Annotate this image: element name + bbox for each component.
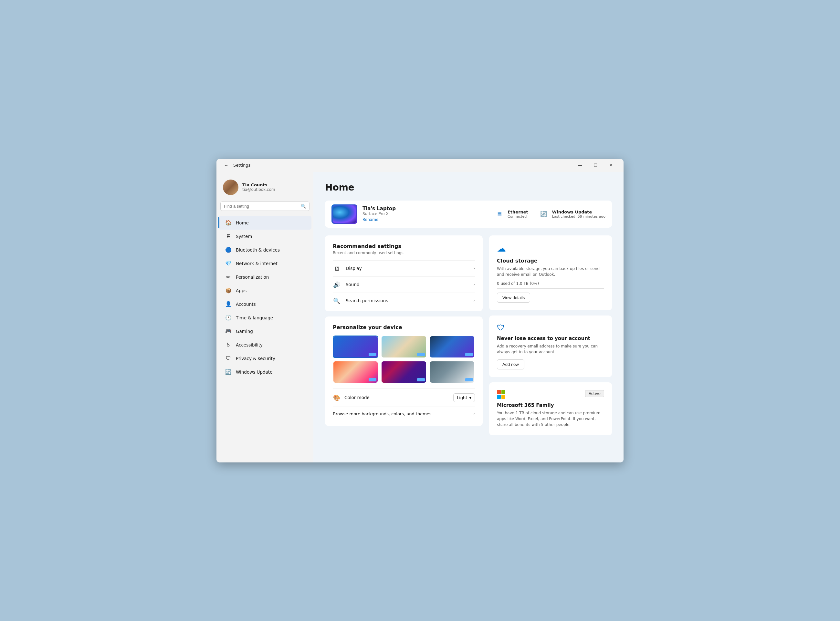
wallpaper-wp1[interactable] (333, 336, 378, 358)
nav-label-accessibility: Accessibility (236, 342, 263, 347)
color-mode-row: 🎨 Color mode Light ▾ (333, 388, 475, 407)
ethernet-icon: 🖥 (494, 209, 504, 219)
sidebar-item-home[interactable]: 🏠 Home (218, 216, 311, 230)
setting-label-sound: Sound (346, 282, 468, 287)
nav-icon-personalization: ✏️ (225, 274, 232, 281)
personalize-title: Personalize your device (333, 324, 475, 330)
color-mode-value: Light (457, 395, 467, 400)
nav-label-gaming: Gaming (236, 329, 253, 334)
color-mode-icon: 🎨 (333, 394, 341, 401)
setting-chevron-sound: › (473, 282, 475, 287)
settings-window: ← Settings — ❐ ✕ Tia Counts tia@outlook.… (217, 159, 623, 462)
recommended-item-search[interactable]: 🔍 Search permissions › (333, 292, 475, 309)
windows-update-status: 🔄 Windows Update Last checked: 59 minute… (538, 209, 605, 219)
account-security-card: 🛡 Never lose access to your account Add … (489, 315, 612, 377)
search-input[interactable] (224, 204, 299, 209)
nav-icon-accessibility: ♿ (225, 341, 232, 348)
m365-color-square-0 (497, 390, 501, 394)
cloud-card: ☁ Cloud storage With available storage, … (489, 235, 612, 310)
right-pane: Home Tia's Laptop Surface Pro X Rename 🖥… (313, 172, 623, 462)
setting-label-search: Search permissions (346, 298, 468, 303)
sidebar-item-time[interactable]: 🕐 Time & language (218, 311, 311, 324)
nav-label-privacy: Privacy & security (236, 356, 275, 361)
sidebar-item-gaming[interactable]: 🎮 Gaming (218, 324, 311, 338)
nav-icon-system: 🖥 (225, 233, 232, 240)
nav-container: 🏠 Home 🖥 System 🔵 Bluetooth & devices 💎 … (217, 216, 313, 379)
m365-color-square-1 (502, 390, 505, 394)
device-image-inner (333, 205, 356, 223)
wallpaper-bar-wp1 (368, 353, 376, 356)
nav-label-home: Home (236, 220, 249, 226)
minimize-button[interactable]: — (573, 160, 587, 171)
sidebar-item-bluetooth[interactable]: 🔵 Bluetooth & devices (218, 243, 311, 257)
m365-header: Active (497, 390, 604, 399)
m365-title: Microsoft 365 Family (497, 402, 604, 408)
recommended-card: Recommended settings Recent and commonly… (325, 235, 483, 311)
cloud-title: Cloud storage (497, 258, 604, 264)
browse-label: Browse more backgrounds, colors, and the… (333, 411, 473, 416)
setting-icon-search: 🔍 (333, 297, 341, 304)
nav-label-apps: Apps (236, 288, 247, 293)
nav-label-accounts: Accounts (236, 301, 256, 307)
nav-label-personalization: Personalization (236, 274, 269, 280)
windows-update-sublabel: Last checked: 59 minutes ago (552, 214, 605, 219)
wallpaper-wp3[interactable] (429, 336, 475, 358)
sidebar-item-apps[interactable]: 📦 Apps (218, 284, 311, 297)
shield-icon: 🛡 (497, 323, 604, 332)
view-details-button[interactable]: View details (497, 292, 530, 303)
nav-label-system: System (236, 234, 252, 239)
wallpaper-wp6[interactable] (429, 361, 475, 383)
user-name: Tia Counts (242, 182, 275, 187)
wallpaper-bar-wp2 (417, 353, 425, 356)
cloud-icon: ☁ (497, 243, 604, 254)
personalize-card: Personalize your device 🎨 Color mode (325, 317, 483, 426)
wallpaper-wp2[interactable] (381, 336, 426, 358)
wallpaper-bar-wp6 (465, 378, 473, 382)
browse-row[interactable]: Browse more backgrounds, colors, and the… (333, 407, 475, 421)
search-box: 🔍 (220, 201, 309, 211)
sidebar-item-personalization[interactable]: ✏️ Personalization (218, 270, 311, 284)
device-bar: Tia's Laptop Surface Pro X Rename 🖥 Ethe… (325, 200, 612, 228)
left-column: Recommended settings Recent and commonly… (325, 235, 483, 435)
avatar-image (223, 180, 238, 195)
sidebar-item-privacy[interactable]: 🛡 Privacy & security (218, 352, 311, 365)
ethernet-sublabel: Connected (508, 214, 528, 219)
wallpaper-wp4[interactable] (333, 361, 378, 383)
wallpaper-grid (333, 336, 475, 383)
add-now-button[interactable]: Add now (497, 359, 525, 370)
search-icon: 🔍 (301, 204, 306, 209)
chevron-down-icon: ▾ (469, 395, 472, 400)
maximize-button[interactable]: ❐ (588, 160, 603, 171)
account-security-title: Never lose access to your account (497, 336, 604, 341)
sidebar-item-network[interactable]: 💎 Network & internet (218, 257, 311, 270)
recommended-item-display[interactable]: 🖥 Display › (333, 260, 475, 276)
ethernet-status: 🖥 Ethernet Connected (494, 209, 528, 219)
device-status: 🖥 Ethernet Connected 🔄 Windows Update La… (494, 209, 605, 219)
sidebar-item-accessibility[interactable]: ♿ Accessibility (218, 338, 311, 352)
two-col-layout: Recommended settings Recent and commonly… (325, 235, 612, 435)
rename-link[interactable]: Rename (362, 217, 378, 222)
storage-label: 0 used of 1.0 TB (0%) (497, 281, 604, 286)
titlebar: ← Settings — ❐ ✕ (217, 159, 623, 172)
device-model: Surface Pro X (362, 212, 494, 216)
sidebar-item-system[interactable]: 🖥 System (218, 230, 311, 243)
wallpaper-wp5[interactable] (381, 361, 426, 383)
setting-chevron-search: › (473, 298, 475, 303)
wallpaper-bar-wp4 (368, 378, 376, 382)
user-profile: Tia Counts tia@outlook.com (217, 177, 313, 201)
close-button[interactable]: ✕ (603, 160, 619, 171)
nav-label-bluetooth: Bluetooth & devices (236, 247, 280, 253)
color-mode-select[interactable]: Light ▾ (453, 393, 475, 402)
nav-label-update: Windows Update (236, 370, 272, 375)
nav-icon-accounts: 👤 (225, 301, 232, 308)
sidebar-item-update[interactable]: 🔄 Windows Update (218, 365, 311, 379)
window-controls: — ❐ ✕ (573, 160, 619, 171)
setting-icon-sound: 🔊 (333, 281, 341, 288)
nav-icon-apps: 📦 (225, 287, 232, 294)
device-info: Tia's Laptop Surface Pro X Rename (362, 206, 494, 222)
avatar (223, 180, 238, 195)
back-button[interactable]: ← (221, 161, 230, 170)
recommended-item-sound[interactable]: 🔊 Sound › (333, 276, 475, 292)
recommended-title: Recommended settings (333, 243, 475, 249)
sidebar-item-accounts[interactable]: 👤 Accounts (218, 297, 311, 311)
